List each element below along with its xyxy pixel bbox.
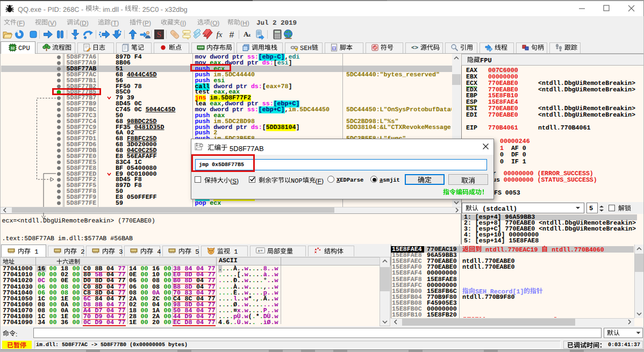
svg-text:x=: x= xyxy=(257,248,263,253)
